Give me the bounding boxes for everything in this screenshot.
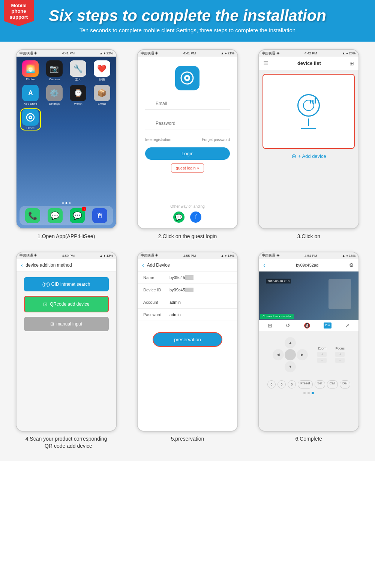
mute-icon[interactable]: 🔇: [304, 322, 310, 328]
preservation-button[interactable]: preservation: [153, 332, 222, 347]
step-4: 中国联通 ◈ 4:59 PM ▲ ♦ 13% ‹ device addition…: [11, 252, 122, 450]
page-dot-3: [312, 392, 314, 394]
zoom-plus[interactable]: +: [317, 352, 327, 357]
ptz-zoom-area: ▲ ◀ ▶ ▼: [259, 331, 358, 378]
grid-icon[interactable]: ⊞: [268, 322, 272, 328]
back-arrow-4[interactable]: ‹: [21, 262, 23, 268]
camera-illustration: [297, 94, 320, 129]
password-field-wrap: 🔒: [145, 118, 230, 134]
form-row-name: Name by09c45xxxx: [138, 272, 237, 284]
ptz-left[interactable]: ◀: [273, 349, 284, 360]
header-subtitle: Ten seconds to complete mobile client Se…: [8, 27, 368, 33]
focus-label: Focus: [336, 346, 345, 350]
step-5-caption: 5.preservation: [171, 435, 204, 443]
live-screen: ‹ by09c452ad ⚙ 2018-03-18 2:13 Connect s: [259, 259, 358, 431]
account-label: Account: [143, 300, 170, 304]
other-landing: Other way of landing 💬 f: [167, 204, 208, 223]
app-watch[interactable]: ⌚ Watch: [68, 85, 89, 105]
ptz-down[interactable]: ▼: [285, 361, 296, 372]
dock: 📞 💬 💬 1: [20, 206, 113, 225]
forget-password-link[interactable]: Forget password: [202, 138, 230, 142]
add-device-button[interactable]: ⊕ + Add device: [259, 153, 358, 160]
hd-badge[interactable]: HD: [324, 322, 332, 328]
signal-1: 中国联通 ◈: [20, 51, 38, 56]
set-action[interactable]: Set: [315, 380, 325, 388]
signal-4: 中国联通 ◈: [20, 253, 38, 258]
app-camera[interactable]: 📷 Camera: [44, 60, 65, 82]
ptz-up[interactable]: ▲: [285, 337, 296, 348]
dock-baidu[interactable]: 百: [92, 208, 107, 223]
phone-content-2: 👤 🔒 free registration Forget password Lo…: [138, 57, 237, 228]
free-registration-link[interactable]: free registration: [145, 138, 171, 142]
phone-frame-6: 中国联通 ◈ 4:54 PM ▲ ♦ 13% ‹ by09c452ad ⚙: [258, 252, 359, 432]
back-arrow-5[interactable]: ‹: [142, 262, 144, 268]
manual-button[interactable]: ⊞ manual input: [24, 317, 109, 331]
battery-5: ▲ ♦ 13%: [220, 254, 234, 258]
preset-bar: 0 0 0 Preset Set Call Del: [259, 378, 358, 390]
app-logo: [175, 66, 200, 90]
ptz-right[interactable]: ▶: [297, 349, 308, 360]
ptz-center[interactable]: [285, 349, 296, 360]
app-tools[interactable]: 🔧 工具: [68, 60, 89, 82]
wechat-login-icon[interactable]: 💬: [173, 212, 184, 223]
gid-button[interactable]: ((•)) GID intranet search: [24, 277, 109, 291]
status-bar-5: 中国联通 ◈ 4:55 PM ▲ ♦ 13%: [138, 252, 237, 259]
dock-wechat[interactable]: 💬 1: [70, 208, 85, 223]
status-bar-4: 中国联通 ◈ 4:59 PM ▲ ♦ 13%: [16, 252, 116, 259]
fullscreen-icon[interactable]: ⤢: [345, 322, 350, 328]
del-action[interactable]: Del: [340, 380, 350, 388]
signal-5: 中国联通 ◈: [141, 253, 159, 258]
live-video: 2018-03-18 2:13 Connect successfully.: [259, 272, 358, 320]
guest-login-box[interactable]: guest login »: [171, 164, 204, 172]
app-settings[interactable]: ⚙️ Settings: [44, 85, 65, 105]
zoom-minus[interactable]: −: [317, 358, 327, 363]
app-health[interactable]: ❤️ 健康: [92, 60, 112, 82]
email-input[interactable]: [145, 98, 230, 110]
app-appstore[interactable]: A App Store: [20, 85, 41, 105]
password-input[interactable]: [145, 118, 230, 129]
signal-6: 中国联通 ◈: [262, 253, 280, 258]
live-nav: ‹ by09c452ad ⚙: [259, 259, 358, 272]
step-5: 中国联通 ◈ 4:55 PM ▲ ♦ 13% ‹ Add Device Name…: [132, 252, 243, 450]
app-photos[interactable]: 🌅 Photos: [20, 60, 41, 82]
phone-content-1: 🌅 Photos 📷 Camera 🔧 工具: [16, 57, 116, 228]
preset-num-1[interactable]: 0: [267, 380, 276, 388]
time-4: 4:59 PM: [62, 254, 75, 258]
step-3: 中国联通 ◈ 4:42 PM ▲ ♦ 20% ☰ device list ⊞: [254, 49, 364, 240]
step-1-caption: 1.Open App(APP:HiSee): [38, 233, 95, 240]
phone-content-6: ‹ by09c452ad ⚙ 2018-03-18 2:13 Connect s: [259, 259, 358, 431]
login-screen: 👤 🔒 free registration Forget password Lo…: [138, 57, 237, 228]
focus-minus[interactable]: −: [335, 358, 345, 363]
status-bar-6: 中国联通 ◈ 4:54 PM ▲ ♦ 13%: [259, 252, 358, 259]
time-3: 4:42 PM: [304, 51, 317, 55]
ios-home: 🌅 Photos 📷 Camera 🔧 工具: [16, 57, 116, 228]
rotate-icon[interactable]: ↺: [286, 322, 290, 328]
app-extras[interactable]: 📦 Extras: [92, 85, 112, 105]
phone-content-3: ☰ device list ⊞: [259, 57, 358, 228]
dock-messages[interactable]: 💬: [48, 208, 63, 223]
qr-label: QRcode add device: [50, 302, 89, 307]
add-device-label: + Add device: [298, 153, 326, 159]
steps-row-1: 中国联通 ◈ 4:41 PM ▲ ♦ 22% 🌅 Photos: [6, 49, 369, 240]
preset-num-3[interactable]: 0: [288, 380, 296, 388]
focus-plus[interactable]: +: [335, 352, 345, 357]
preset-action[interactable]: Preset: [298, 380, 313, 388]
time-2: 4:41 PM: [183, 51, 196, 55]
video-timestamp: 2018-03-18 2:13: [266, 279, 291, 284]
steps-container: 中国联通 ◈ 4:41 PM ▲ ♦ 22% 🌅 Photos: [0, 42, 375, 461]
preset-num-2[interactable]: 0: [278, 380, 286, 388]
app-hisee[interactable]: HiSee: [20, 108, 41, 130]
back-arrow-6[interactable]: ‹: [263, 262, 265, 268]
time-5: 4:55 PM: [183, 254, 196, 258]
step-6-caption: 6.Complete: [296, 435, 322, 443]
screen-nav-4: ‹ device addition method: [16, 259, 116, 272]
dock-phone[interactable]: 📞: [25, 208, 40, 223]
focus-buttons: + −: [335, 352, 345, 363]
login-button[interactable]: Login: [145, 147, 230, 160]
deviceid-label: Device ID: [143, 288, 170, 292]
svg-point-2: [30, 117, 31, 118]
call-action[interactable]: Call: [327, 380, 338, 388]
qr-button[interactable]: ⊡ QRcode add device: [24, 296, 109, 312]
facebook-login-icon[interactable]: f: [190, 212, 201, 223]
screen-nav-5: ‹ Add Device: [138, 259, 237, 272]
